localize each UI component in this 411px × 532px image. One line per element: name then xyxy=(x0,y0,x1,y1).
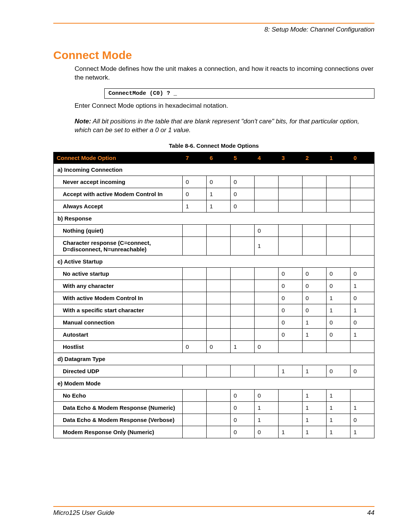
table-row: Character response (C=connect, D=disconn… xyxy=(54,236,374,255)
option-cell: No Echo xyxy=(54,389,183,401)
option-cell: Never accept incoming xyxy=(54,176,183,188)
bit-cell: 0 xyxy=(279,292,303,304)
bit-cell xyxy=(207,236,231,255)
bit-cell xyxy=(350,176,374,188)
bit-cell xyxy=(327,340,350,353)
bit-cell: 1 xyxy=(350,328,374,340)
bit-cell: 0 xyxy=(279,280,303,292)
bit-cell xyxy=(183,304,207,316)
bit-cell xyxy=(231,316,255,328)
bit-cell xyxy=(255,365,279,377)
bit-cell xyxy=(279,236,303,255)
bit-cell xyxy=(327,188,350,200)
option-cell: Hostlist xyxy=(54,340,183,353)
bit-cell: 0 xyxy=(231,188,255,200)
option-cell: Directed UDP xyxy=(54,365,183,377)
bit-cell: 1 xyxy=(303,316,327,328)
bit-cell xyxy=(255,316,279,328)
bit-cell xyxy=(183,365,207,377)
bit-cell xyxy=(303,224,327,236)
table-row: Never accept incoming000 xyxy=(54,176,374,188)
bit-cell: 0 xyxy=(303,292,327,304)
bit-cell: 1 xyxy=(207,200,231,212)
option-cell: With a specific start character xyxy=(54,304,183,316)
note-paragraph: Note: All bit positions in the table tha… xyxy=(75,117,374,135)
bit-cell xyxy=(183,280,207,292)
intro-paragraph: Connect Mode defines how the unit makes … xyxy=(75,65,374,82)
bit-cell xyxy=(183,224,207,236)
bit-cell: 0 xyxy=(183,188,207,200)
bit-cell xyxy=(279,224,303,236)
enter-instruction: Enter Connect Mode options in hexadecima… xyxy=(75,102,374,110)
table-row: With a specific start character0011 xyxy=(54,304,374,316)
bit-cell: 0 xyxy=(350,292,374,304)
option-cell: Autostart xyxy=(54,328,183,340)
table-row: Hostlist0010 xyxy=(54,340,374,353)
bit-cell: 0 xyxy=(231,414,255,426)
bit-cell: 0 xyxy=(231,200,255,212)
bit-cell: 0 xyxy=(255,340,279,353)
table-row: c) Active Startup xyxy=(54,255,374,267)
bit-cell: 1 xyxy=(350,426,374,438)
option-cell: Accept with active Modem Control In xyxy=(54,188,183,200)
bit-cell: 0 xyxy=(350,365,374,377)
bit-cell: 1 xyxy=(327,414,350,426)
section-cell: b) Response xyxy=(54,212,374,224)
bit-cell: 0 xyxy=(327,328,350,340)
bit-cell xyxy=(303,236,327,255)
bit-cell xyxy=(350,224,374,236)
col-bit-2: 2 xyxy=(303,152,327,163)
bit-cell xyxy=(183,292,207,304)
bit-cell xyxy=(279,176,303,188)
code-prompt: ConnectMode (C0) ? _ xyxy=(104,88,374,99)
header-rule xyxy=(53,23,374,24)
bit-cell xyxy=(327,176,350,188)
bit-cell xyxy=(350,200,374,212)
bit-cell xyxy=(207,292,231,304)
table-row: a) Incoming Connection xyxy=(54,163,374,176)
bit-cell xyxy=(255,328,279,340)
bit-cell xyxy=(231,280,255,292)
note-label: Note: xyxy=(75,118,91,125)
bit-cell xyxy=(350,340,374,353)
header-section: 8: Setup Mode: Channel Configuration xyxy=(53,26,374,34)
bit-cell: 1 xyxy=(183,200,207,212)
option-cell: Modem Response Only (Numeric) xyxy=(54,426,183,438)
section-cell: a) Incoming Connection xyxy=(54,163,374,176)
bit-cell: 0 xyxy=(231,426,255,438)
bit-cell: 0 xyxy=(231,176,255,188)
option-cell: Manual connection xyxy=(54,316,183,328)
option-cell: Data Echo & Modem Response (Numeric) xyxy=(54,401,183,414)
table-row: Autostart0101 xyxy=(54,328,374,340)
bit-cell: 0 xyxy=(279,328,303,340)
bit-cell xyxy=(183,401,207,414)
bit-cell xyxy=(255,292,279,304)
bit-cell: 1 xyxy=(303,426,327,438)
table-row: Accept with active Modem Control In010 xyxy=(54,188,374,200)
bit-cell xyxy=(207,414,231,426)
footer-rule xyxy=(53,506,374,507)
footer-guide: Micro125 User Guide xyxy=(53,509,115,517)
bit-cell: 0 xyxy=(350,414,374,426)
page-title: Connect Mode xyxy=(53,49,374,62)
bit-cell xyxy=(327,200,350,212)
table-header-row: Connect Mode Option 7 6 5 4 3 2 1 0 xyxy=(54,152,374,163)
bit-cell: 0 xyxy=(350,316,374,328)
table-row: No Echo0011 xyxy=(54,389,374,401)
bit-cell: 0 xyxy=(231,389,255,401)
bit-cell: 1 xyxy=(279,426,303,438)
bit-cell xyxy=(279,414,303,426)
bit-cell xyxy=(303,176,327,188)
bit-cell: 0 xyxy=(231,401,255,414)
bit-cell: 0 xyxy=(183,176,207,188)
bit-cell: 1 xyxy=(279,365,303,377)
option-cell: Character response (C=connect, D=disconn… xyxy=(54,236,183,255)
bit-cell xyxy=(231,292,255,304)
bit-cell xyxy=(279,188,303,200)
bit-cell xyxy=(207,328,231,340)
bit-cell: 0 xyxy=(303,304,327,316)
bit-cell xyxy=(303,200,327,212)
bit-cell xyxy=(183,267,207,280)
bit-cell xyxy=(279,200,303,212)
section-cell: c) Active Startup xyxy=(54,255,374,267)
